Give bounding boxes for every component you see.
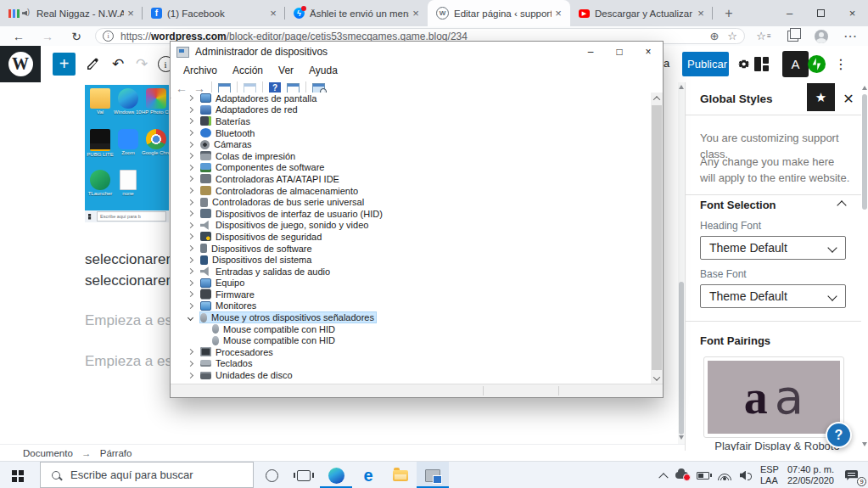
scrollbar-thumb[interactable] <box>679 282 684 435</box>
expand-chevron-icon[interactable] <box>188 95 193 101</box>
jetpack-button[interactable] <box>805 46 827 82</box>
expand-chevron-icon[interactable] <box>188 268 193 274</box>
device-tree-item[interactable]: Entradas y salidas de audio <box>171 266 652 278</box>
notification-center-button[interactable]: 9 <box>841 462 868 488</box>
favorites-bar-icon[interactable]: ☆≡ <box>753 26 774 46</box>
tab-youtube[interactable]: ▶ Descargar y Actualizar Drivers × <box>570 0 713 26</box>
tab-close-icon[interactable]: × <box>266 7 280 20</box>
device-tree-item[interactable]: Firmware <box>171 289 652 300</box>
favorite-star-icon[interactable]: ☆ <box>727 30 737 42</box>
tab-close-icon[interactable]: × <box>409 7 423 20</box>
tab-close-icon[interactable]: × <box>694 7 708 20</box>
embedded-screenshot-image-block[interactable]: Val Windows 10 - Edge HP Photo Creations <box>85 85 169 222</box>
editor-scrollbar[interactable] <box>678 82 685 444</box>
device-tree-item[interactable]: Dispositivos de interfaz de usuario (HID… <box>171 208 652 220</box>
tab-media[interactable]: Real Niggaz - N.W.A - De × <box>0 0 143 26</box>
expand-chevron-icon[interactable] <box>188 257 193 263</box>
language-indicator[interactable]: ESPLAA <box>756 462 783 488</box>
onedrive-tray-button[interactable] <box>671 462 692 488</box>
close-button[interactable]: × <box>837 0 868 26</box>
tab-close-icon[interactable]: × <box>124 7 137 20</box>
font-pairing-option[interactable]: a a <box>703 356 844 438</box>
tree-scrollbar[interactable] <box>651 93 663 384</box>
scrollbar-thumb[interactable] <box>862 94 867 210</box>
expand-chevron-icon[interactable] <box>188 188 193 194</box>
scroll-up-button[interactable] <box>651 93 663 104</box>
expand-chevron-icon[interactable] <box>188 361 193 367</box>
base-font-select[interactable]: Theme Default <box>700 284 846 308</box>
breadcrumb-document[interactable]: Documento <box>23 448 73 458</box>
expand-chevron-icon[interactable] <box>188 142 193 148</box>
scrollbar-thumb[interactable] <box>652 105 662 370</box>
new-tab-button[interactable]: + <box>718 3 740 25</box>
start-button[interactable] <box>0 462 40 488</box>
refresh-button[interactable]: ↻ <box>66 26 87 46</box>
expand-chevron-icon[interactable] <box>188 291 193 297</box>
device-tree-item[interactable]: Dispositivos del sistema <box>171 254 652 266</box>
expand-chevron-icon[interactable] <box>188 130 193 136</box>
empty-block-placeholder[interactable]: Empieza a esc <box>85 312 180 329</box>
expand-chevron-icon[interactable] <box>188 233 193 239</box>
collapse-chevron-icon[interactable] <box>837 200 846 210</box>
volume-tray-button[interactable] <box>736 462 756 488</box>
device-tree-item[interactable]: Controladoras ATA/ATAPI IDE <box>171 173 652 185</box>
collections-icon[interactable] <box>782 26 803 46</box>
restore-button[interactable] <box>805 0 837 26</box>
action-pane-icon[interactable] <box>287 83 300 93</box>
device-tree-item[interactable]: Teclados <box>171 358 652 370</box>
show-console-tree-icon[interactable] <box>218 83 231 93</box>
expand-chevron-icon[interactable] <box>188 245 193 251</box>
expand-chevron-icon[interactable] <box>188 210 193 216</box>
edge-legacy-button[interactable]: e <box>352 462 384 488</box>
menu-item[interactable]: Ver <box>271 65 301 76</box>
font-selection-section-header[interactable]: Font Selection <box>700 199 776 211</box>
device-tree-item[interactable]: Dispositivos de juego, sonido y video <box>171 220 652 232</box>
device-tree-item[interactable]: Colas de impresión <box>171 150 652 162</box>
undo-button[interactable]: ↶ <box>107 46 129 82</box>
device-tree-item[interactable]: Adaptadores de red <box>171 104 652 116</box>
back-button[interactable]: ← <box>8 26 29 46</box>
device-manager-taskbar-button[interactable] <box>417 462 449 488</box>
menu-item[interactable]: Archivo <box>176 65 225 76</box>
edit-tool-button[interactable] <box>81 46 104 82</box>
expand-chevron-icon[interactable] <box>188 315 193 321</box>
tab-messenger[interactable]: ϟ Äshlei te envió un mensaje × <box>285 0 428 26</box>
device-tree-item[interactable]: Procesadores <box>171 346 652 358</box>
device-tree-item[interactable]: Mouse compatible con HID <box>171 323 652 335</box>
expand-chevron-icon[interactable] <box>188 373 193 379</box>
paragraph-text[interactable]: seleccionarem <box>85 251 178 268</box>
redo-button[interactable]: ↷ <box>131 46 153 82</box>
expand-chevron-icon[interactable] <box>188 199 193 205</box>
sidebar-scrollbar[interactable] <box>861 82 868 451</box>
expand-chevron-icon[interactable] <box>188 107 193 113</box>
scan-hardware-changes-icon[interactable] <box>312 83 325 93</box>
site-info-icon[interactable]: i <box>103 31 114 42</box>
browser-menu-icon[interactable]: ⋯ <box>840 26 860 46</box>
scroll-down-icon[interactable] <box>679 435 684 440</box>
scroll-down-button[interactable] <box>651 373 663 384</box>
expand-chevron-icon[interactable] <box>188 303 193 309</box>
device-tree-item[interactable]: Monitores <box>171 300 652 312</box>
expand-chevron-icon[interactable] <box>188 118 193 124</box>
device-tree-item[interactable]: Bluetooth <box>171 127 652 139</box>
empty-block-placeholder[interactable]: Empieza a esc <box>85 353 180 370</box>
device-tree-item[interactable]: Unidades de disco <box>171 369 652 381</box>
heading-font-select[interactable]: Theme Default <box>700 236 846 260</box>
breadcrumb-block[interactable]: Párrafo <box>100 448 132 458</box>
tray-expand-button[interactable] <box>656 462 671 488</box>
battery-tray-button[interactable] <box>692 462 714 488</box>
menu-item[interactable]: Ayuda <box>301 65 345 76</box>
maximize-button[interactable]: □ <box>605 42 634 62</box>
properties-icon[interactable] <box>244 83 256 93</box>
profile-avatar[interactable] <box>811 26 832 46</box>
expand-chevron-icon[interactable] <box>188 176 193 182</box>
tab-facebook[interactable]: f (1) Facebook × <box>143 0 285 26</box>
device-tree-item[interactable]: Controladoras de bus serie universal <box>171 196 652 208</box>
tab-close-icon[interactable]: × <box>552 7 565 20</box>
file-explorer-button[interactable] <box>384 462 417 488</box>
device-tree-item[interactable]: Equipo <box>171 278 652 289</box>
wordpress-logo[interactable]: W <box>0 46 41 82</box>
expand-chevron-icon[interactable] <box>188 349 193 355</box>
help-button[interactable]: ? <box>826 422 852 448</box>
minimize-button[interactable]: – <box>576 42 605 62</box>
